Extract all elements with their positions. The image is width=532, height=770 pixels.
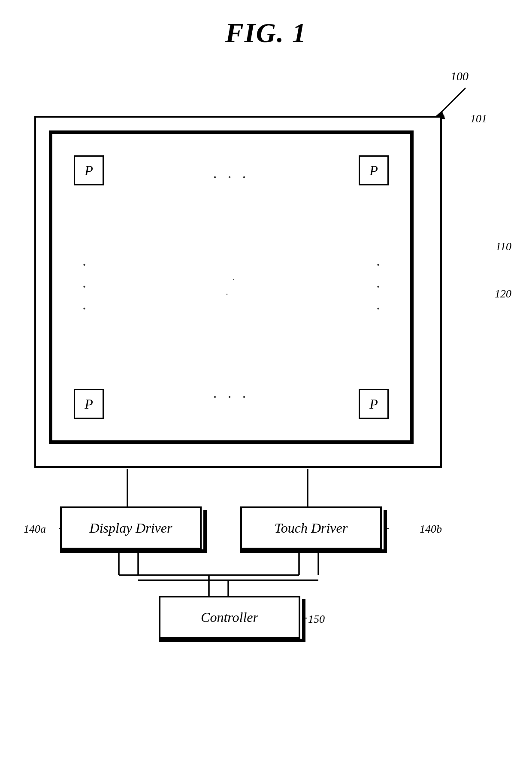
figure-title: FIG. 1 — [0, 17, 532, 49]
ref-100-label: 100 — [450, 70, 469, 83]
ref-120-label: 120 — [495, 288, 511, 300]
main-panel-outer: P P P P · · · · · · · · · · · · · · — [34, 116, 442, 468]
dots-bottom-horizontal: · · · — [213, 388, 250, 406]
p-box-top-left: P — [74, 155, 104, 185]
p-box-bottom-right: P — [359, 389, 389, 419]
ref-140b-label: 140b — [420, 523, 442, 536]
controller-shadow-bottom — [159, 639, 304, 642]
panel-inner: P P P P · · · · · · · · · · · · · · — [49, 130, 414, 444]
dots-mid-left-vertical: · · · — [82, 256, 86, 318]
ref-110-label: 110 — [496, 240, 511, 253]
dots-mid-center: · · — [228, 273, 235, 301]
controller-shadow-right — [302, 599, 305, 642]
display-driver-shadow-bottom — [60, 549, 207, 553]
ref-140a-label: 140a — [24, 523, 46, 536]
p-box-top-right: P — [359, 155, 389, 185]
display-driver-box: Display Driver — [60, 506, 202, 549]
p-box-bottom-left: P — [74, 389, 104, 419]
touch-driver-shadow-right — [384, 510, 387, 553]
svg-line-1 — [440, 88, 466, 114]
dots-mid-right-vertical: · · · — [376, 256, 380, 318]
touch-driver-box: Touch Driver — [240, 506, 382, 549]
ref-150-label: 150 — [308, 613, 325, 626]
svg-line-0 — [438, 90, 463, 116]
touch-driver-shadow-bottom — [240, 549, 387, 553]
ref-101-label: 101 — [470, 112, 487, 125]
display-driver-shadow-right — [203, 510, 207, 553]
controller-box: Controller — [159, 596, 300, 639]
dots-top-horizontal: · · · — [213, 168, 250, 186]
